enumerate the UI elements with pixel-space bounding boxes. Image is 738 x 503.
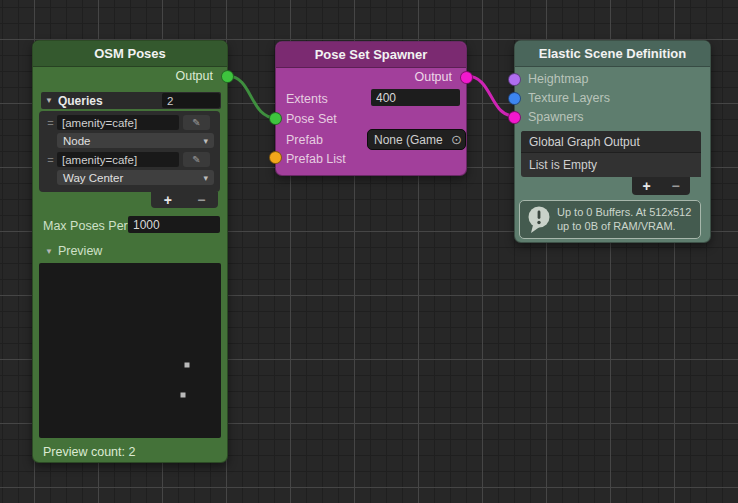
spawner-output-port-label: Output <box>414 70 452 84</box>
extents-field[interactable] <box>371 89 460 106</box>
query-row: = ✎ <box>43 115 220 130</box>
edge-spawner-output-to-spawners[interactable] <box>467 76 514 116</box>
buffer-info-box: Up to 0 Buffers. At 512x512 up to 0B of … <box>519 200 701 239</box>
object-picker-icon[interactable]: ⊙ <box>451 133 462 146</box>
chevron-down-icon: ▾ <box>203 136 208 146</box>
node-pose-set-spawner[interactable]: Pose Set Spawner Output Extents Pose Set… <box>275 41 467 176</box>
prefab-list-port-label: Prefab List <box>286 152 346 166</box>
query-edit-button[interactable]: ✎ <box>183 152 210 167</box>
heightmap-port[interactable] <box>508 73 521 86</box>
preview-count-text: Preview count: 2 <box>43 445 135 459</box>
query-type-dropdown[interactable]: Node ▾ <box>57 133 214 148</box>
texture-layers-port[interactable] <box>508 92 521 105</box>
preview-viewport <box>39 263 221 438</box>
graph-output-list-header[interactable]: Global Graph Output <box>521 131 701 153</box>
add-output-button[interactable]: + <box>642 179 650 193</box>
query-row: = ✎ <box>43 152 220 167</box>
query-type-value: Node <box>63 135 91 147</box>
query-edit-icon: ✎ <box>192 117 200 128</box>
spawners-port[interactable] <box>508 111 521 124</box>
node-elastic-scene-definition[interactable]: Elastic Scene Definition Heightmap Textu… <box>514 40 711 243</box>
node-osm-poses[interactable]: OSM Poses Output ▼ Queries = ✎ Node ▾ = … <box>32 40 228 463</box>
prefab-object-value: None (Game <box>374 133 450 147</box>
prefab-list-port[interactable] <box>269 151 282 164</box>
pose-set-port-label: Pose Set <box>286 112 337 126</box>
spawners-port-label: Spawners <box>528 110 584 124</box>
osm-output-port-label: Output <box>175 69 213 83</box>
preview-gizmo-layer <box>39 263 221 438</box>
buffer-info-text: Up to 0 Buffers. At 512x512 up to 0B of … <box>557 206 696 233</box>
queries-header[interactable]: ▼ Queries <box>41 92 221 109</box>
prefab-label: Prefab <box>286 133 323 147</box>
query-edit-button[interactable]: ✎ <box>183 115 210 130</box>
prefab-object-field[interactable]: None (Game ⊙ <box>367 129 466 150</box>
preview-foldout[interactable]: ▼ Preview <box>41 244 102 258</box>
query-list-footer: + − <box>151 192 218 208</box>
query-string-field[interactable] <box>57 115 179 130</box>
node-elastic-title[interactable]: Elastic Scene Definition <box>515 41 710 67</box>
foldout-triangle-icon[interactable]: ▼ <box>45 96 53 105</box>
preview-label: Preview <box>58 244 102 258</box>
max-poses-label: Max Poses Per <box>43 219 128 233</box>
query-list: = ✎ Node ▾ = ✎ Way Center ▾ <box>39 111 220 192</box>
drag-handle-icon[interactable]: = <box>43 117 57 129</box>
texture-layers-port-label: Texture Layers <box>528 91 610 105</box>
graph-output-list: Global Graph Output List is Empty <box>521 131 701 177</box>
graph-output-list-empty-row: List is Empty <box>521 153 701 177</box>
max-poses-field[interactable] <box>128 216 220 233</box>
foldout-triangle-icon[interactable]: ▼ <box>45 247 53 256</box>
edge-osm-output-to-pose-set[interactable] <box>228 76 276 118</box>
graph-output-list-footer: + − <box>632 177 690 195</box>
chevron-down-icon: ▾ <box>203 173 208 183</box>
pose-set-port[interactable] <box>269 112 282 125</box>
spawner-output-port[interactable] <box>460 71 473 84</box>
queries-count-field[interactable] <box>162 93 220 108</box>
query-type-dropdown[interactable]: Way Center ▾ <box>57 170 214 185</box>
query-string-field[interactable] <box>57 152 179 167</box>
graph-canvas[interactable]: OSM Poses Output ▼ Queries = ✎ Node ▾ = … <box>0 0 738 503</box>
query-edit-icon: ✎ <box>192 154 200 165</box>
node-osm-title[interactable]: OSM Poses <box>33 41 227 67</box>
remove-query-button[interactable]: − <box>197 193 205 207</box>
node-spawner-title[interactable]: Pose Set Spawner <box>276 42 466 68</box>
pose-gizmo <box>181 374 215 398</box>
add-query-button[interactable]: + <box>164 193 172 207</box>
heightmap-port-label: Heightmap <box>528 72 588 86</box>
info-bubble-icon <box>526 205 552 235</box>
extents-label: Extents <box>286 92 328 106</box>
remove-output-button[interactable]: − <box>671 179 679 193</box>
osm-output-port[interactable] <box>221 70 234 83</box>
queries-label: Queries <box>58 94 103 108</box>
drag-handle-icon[interactable]: = <box>43 154 57 166</box>
query-type-value: Way Center <box>63 172 123 184</box>
pose-gizmo <box>185 336 219 368</box>
